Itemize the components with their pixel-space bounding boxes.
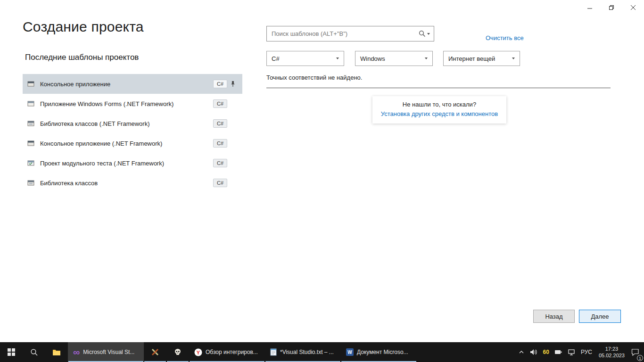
percent-indicator[interactable]: 60	[540, 342, 552, 362]
search-icon	[30, 348, 38, 356]
not-found-title: Не нашли то, что искали?	[372, 101, 506, 108]
language-filter-value: C#	[272, 55, 280, 62]
close-button[interactable]	[622, 0, 644, 15]
next-button[interactable]: Далее	[579, 310, 621, 323]
install-components-link[interactable]: Установка других средств и компонентов	[381, 110, 498, 117]
results-divider	[266, 88, 611, 88]
crossed-tools-icon	[151, 348, 159, 356]
taskbar-app-yandex-browser[interactable]: Y Обзор интегриров...	[189, 342, 265, 362]
visual-studio-icon: ∞	[73, 347, 80, 357]
action-center-button[interactable]: 1	[628, 342, 642, 362]
project-type-filter-value: Интернет вещей	[448, 55, 495, 62]
create-project-dialog: Создание проекта Последние шаблоны проек…	[0, 0, 644, 342]
volume-button[interactable]	[527, 342, 540, 362]
percent-value: 60	[543, 349, 549, 355]
language-badge: C#	[213, 119, 227, 128]
start-button[interactable]	[0, 342, 23, 362]
tray-overflow-button[interactable]	[516, 342, 527, 362]
notification-bubble-icon	[631, 348, 639, 356]
pin-icon[interactable]	[227, 81, 239, 87]
taskbar-app-label: Microsoft Visual St...	[83, 349, 134, 355]
template-item-console-app-netfx[interactable]: Консольное приложение (.NET Framework) C…	[23, 133, 242, 153]
close-icon	[630, 5, 636, 10]
speaker-icon	[530, 349, 537, 355]
template-label: Библиотека классов	[40, 180, 213, 187]
template-item-console-app[interactable]: Консольное приложение C#	[23, 74, 242, 94]
template-label: Приложение Windows Forms (.NET Framework…	[40, 100, 213, 107]
skull-icon	[174, 348, 182, 356]
chevron-down-icon	[336, 58, 339, 59]
page-title: Создание проекта	[23, 19, 144, 35]
windows-taskbar: ∞ Microsoft Visual St... Y Обзор интегри…	[0, 342, 644, 362]
no-match-message: Точных соответствий не найдено.	[266, 74, 362, 81]
language-badge: C#	[213, 99, 227, 108]
search-button[interactable]	[419, 30, 430, 37]
battery-icon	[555, 349, 562, 355]
file-explorer-button[interactable]	[45, 342, 68, 362]
window-controls	[579, 0, 644, 15]
platform-filter-value: Windows	[360, 55, 385, 62]
language-badge: C#	[213, 139, 227, 148]
test-project-icon	[27, 159, 36, 167]
taskbar-app-visual-studio[interactable]: ∞ Microsoft Visual St...	[68, 342, 144, 362]
template-label: Консольное приложение (.NET Framework)	[40, 140, 213, 147]
network-button[interactable]	[565, 342, 578, 362]
search-icon	[419, 30, 426, 37]
notification-count-badge: 1	[637, 355, 643, 361]
taskbar-app-notepad[interactable]: *Visual Studio.txt – ...	[265, 342, 341, 362]
platform-filter-dropdown[interactable]: Windows	[355, 51, 433, 66]
restore-button[interactable]	[601, 0, 622, 15]
network-icon	[568, 349, 575, 356]
template-label: Библиотека классов (.NET Framework)	[40, 120, 213, 127]
chevron-down-icon	[427, 33, 430, 35]
taskbar-search-button[interactable]	[23, 342, 45, 362]
windows-logo-icon	[8, 348, 15, 356]
taskbar-app-label: *Visual Studio.txt – ...	[280, 349, 334, 355]
search-input[interactable]	[272, 30, 419, 37]
minimize-button[interactable]	[579, 0, 601, 15]
clock[interactable]: 17:23 05.02.2023	[595, 346, 628, 359]
chevron-up-icon	[519, 350, 524, 354]
project-type-filter-dropdown[interactable]: Интернет вещей	[443, 51, 520, 66]
system-tray: 60 РУС 17:23 05.02.2023 1	[516, 342, 644, 362]
folder-icon	[52, 349, 61, 356]
battery-button[interactable]	[552, 342, 565, 362]
back-button[interactable]: Назад	[533, 310, 575, 323]
chevron-down-icon	[425, 58, 428, 59]
taskbar-app-label: Документ Microso...	[357, 349, 408, 355]
yandex-browser-icon: Y	[194, 348, 202, 356]
word-icon: W	[346, 348, 354, 356]
template-item-unit-test-netfx[interactable]: Проект модульного теста (.NET Framework)…	[23, 153, 242, 173]
restore-icon	[609, 5, 614, 10]
taskbar-app-skull-game[interactable]	[166, 342, 189, 362]
svg-text:Y: Y	[197, 349, 200, 355]
template-label: Консольное приложение	[40, 81, 213, 88]
recent-template-list: Консольное приложение C# Приложение Wind…	[23, 74, 242, 193]
app-window-icon	[27, 100, 36, 107]
app-window-icon	[27, 80, 36, 88]
recent-templates-heading: Последние шаблоны проектов	[25, 53, 139, 62]
class-library-icon	[27, 179, 36, 187]
language-filter-dropdown[interactable]: C#	[266, 51, 344, 66]
class-library-icon	[27, 120, 36, 127]
template-item-class-library-netfx[interactable]: Библиотека классов (.NET Framework) C#	[23, 114, 242, 133]
app-window-icon	[27, 140, 36, 147]
language-badge: C#	[213, 179, 227, 187]
notepad-icon	[270, 348, 277, 356]
template-item-winforms-app[interactable]: Приложение Windows Forms (.NET Framework…	[23, 94, 242, 114]
clear-all-link[interactable]: Очистить все	[486, 34, 524, 41]
minimize-icon	[587, 5, 593, 10]
language-indicator[interactable]: РУС	[578, 342, 595, 362]
language-badge: C#	[213, 80, 227, 88]
tray-date: 05.02.2023	[599, 352, 625, 359]
taskbar-app-word[interactable]: W Документ Microso...	[341, 342, 417, 362]
language-code: РУС	[581, 349, 592, 355]
taskbar-app-tools[interactable]	[144, 342, 166, 362]
not-found-box: Не нашли то, что искали? Установка други…	[372, 96, 506, 123]
template-label: Проект модульного теста (.NET Framework)	[40, 160, 213, 167]
language-badge: C#	[213, 159, 227, 167]
taskbar-app-label: Обзор интегриров...	[206, 349, 258, 355]
svg-text:W: W	[347, 350, 352, 355]
template-search-box	[266, 26, 434, 41]
template-item-class-library[interactable]: Библиотека классов C#	[23, 173, 242, 193]
